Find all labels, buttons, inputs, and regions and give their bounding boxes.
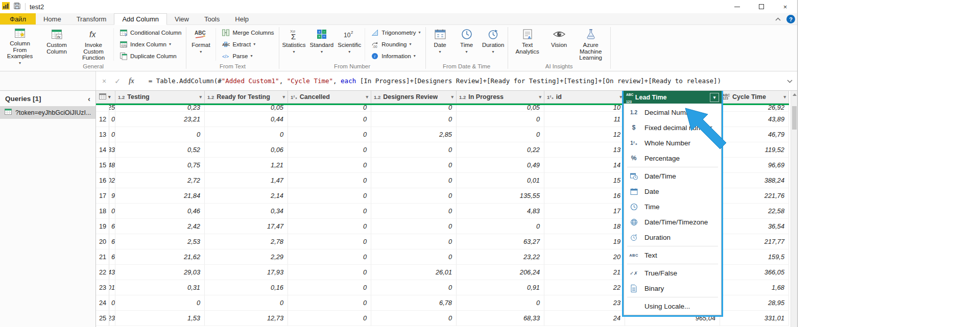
ribbon-button-conditional-column[interactable]: ?Conditional Column xyxy=(115,27,185,38)
column-header-testing[interactable]: 1.2Testing▾ xyxy=(115,91,205,104)
table-cell[interactable]: 15 xyxy=(544,173,625,188)
table-cell[interactable]: 63,27 xyxy=(457,234,544,249)
row-number[interactable]: 20 xyxy=(96,234,109,249)
table-cell[interactable]: 21 xyxy=(544,265,625,280)
table-cell[interactable]: 2,14 xyxy=(205,188,288,204)
ribbon-button-standard[interactable]: +−×÷Standard▾ xyxy=(308,26,336,62)
table-cell[interactable]: 0 xyxy=(371,234,457,249)
table-cell[interactable]: 48 xyxy=(109,158,115,173)
table-cell[interactable]: 0 xyxy=(371,173,457,188)
menu-item-using-locale[interactable]: Using Locale... xyxy=(624,298,721,314)
maximize-button[interactable] xyxy=(749,0,773,13)
table-cell[interactable]: 0 xyxy=(288,280,371,295)
table-cell[interactable]: 0 xyxy=(288,188,371,204)
table-cell[interactable]: 0 xyxy=(288,127,371,142)
ribbon-button-vision[interactable]: Vision xyxy=(546,26,572,62)
table-cell[interactable]: 221,76 xyxy=(720,188,789,204)
table-cell[interactable]: 2,72 xyxy=(115,173,205,188)
table-cell[interactable]: 2,78 xyxy=(205,234,288,249)
table-cell[interactable]: 28,95 xyxy=(720,295,789,311)
table-cell[interactable]: 0 xyxy=(288,234,371,249)
table-cell[interactable]: 0 xyxy=(371,204,457,219)
row-number[interactable]: 14 xyxy=(96,142,109,158)
tab-home[interactable]: Home xyxy=(36,13,69,24)
minimize-button[interactable] xyxy=(725,0,749,13)
table-cell[interactable]: 29,03 xyxy=(115,265,205,280)
ribbon-button-invoke-custom-function[interactable]: fxInvoke Custom Function xyxy=(75,26,112,62)
table-cell[interactable]: 0,34 xyxy=(205,204,288,219)
table-corner-cell[interactable]: ▾ xyxy=(96,91,115,104)
table-cell[interactable]: 20 xyxy=(544,249,625,265)
table-cell[interactable]: 17,93 xyxy=(205,265,288,280)
column-header-id[interactable]: 1²₃id▾ xyxy=(544,91,625,104)
table-cell[interactable]: 23 xyxy=(109,311,115,326)
table-cell[interactable]: 0 xyxy=(109,204,115,219)
column-header-cancelled[interactable]: 1²₃Cancelled▾ xyxy=(288,91,371,104)
row-number[interactable]: 13 xyxy=(96,127,109,142)
ribbon-button-merge-columns[interactable]: Merge Columns xyxy=(218,27,277,38)
table-cell[interactable]: 16 xyxy=(544,188,625,204)
table-cell[interactable]: 01 xyxy=(109,280,115,295)
table-cell[interactable]: 0 xyxy=(288,173,371,188)
ribbon-button-time[interactable]: Time▾ xyxy=(453,26,480,62)
row-number[interactable]: 23 xyxy=(96,280,109,295)
ribbon-button-date[interactable]: Date▾ xyxy=(427,26,453,62)
ribbon-button-index-column[interactable]: 123Index Column▾ xyxy=(115,38,185,50)
table-cell[interactable]: 23 xyxy=(544,295,625,311)
table-cell[interactable]: 0 xyxy=(288,265,371,280)
row-number[interactable]: 18 xyxy=(96,204,109,219)
collapse-ribbon-icon[interactable] xyxy=(775,17,781,21)
ribbon-button-text-analytics[interactable]: AText Analytics xyxy=(509,26,546,62)
table-cell[interactable]: 21,84 xyxy=(115,188,205,204)
formula-input[interactable]: = Table.AddColumn(#"Added Custom1", "Cyc… xyxy=(140,71,797,90)
table-cell[interactable]: 96,69 xyxy=(720,158,789,173)
table-cell[interactable]: 19 xyxy=(544,234,625,249)
table-cell[interactable]: 17,47 xyxy=(205,219,288,234)
ribbon-button-format[interactable]: ABCFormat▾ xyxy=(187,26,214,62)
table-cell[interactable]: 6 xyxy=(109,234,115,249)
table-cell[interactable]: 0 xyxy=(288,219,371,234)
table-cell[interactable]: 22,58 xyxy=(720,204,789,219)
column-header-designers-review[interactable]: 1.2Designers Review▾ xyxy=(371,91,457,104)
table-cell[interactable]: 0 xyxy=(109,295,115,311)
table-cell[interactable]: 1,47 xyxy=(205,173,288,188)
table-cell[interactable]: 331,01 xyxy=(720,311,789,326)
table-cell[interactable]: 14 xyxy=(544,158,625,173)
table-cell[interactable]: 2,85 xyxy=(371,127,457,142)
table-cell[interactable]: 119,52 xyxy=(720,142,789,158)
table-cell[interactable]: 0 xyxy=(288,311,371,326)
table-cell[interactable]: 2,29 xyxy=(205,249,288,265)
formula-expand-icon[interactable] xyxy=(784,71,795,91)
table-cell[interactable]: 68,33 xyxy=(457,311,544,326)
table-cell[interactable]: 0 xyxy=(371,219,457,234)
close-button[interactable]: × xyxy=(773,0,797,13)
table-cell[interactable]: 0 xyxy=(371,112,457,127)
tab-help[interactable]: Help xyxy=(227,13,256,24)
menu-item-duration[interactable]: Duration xyxy=(624,230,721,245)
menu-item-date[interactable]: Date xyxy=(624,184,721,199)
tab-add-column[interactable]: Add Column xyxy=(114,13,167,25)
table-cell[interactable]: 0 xyxy=(288,249,371,265)
table-cell[interactable]: 0 xyxy=(457,127,544,142)
row-number[interactable]: 25 xyxy=(96,311,109,326)
table-cell[interactable]: 159,5 xyxy=(720,249,789,265)
table-cell[interactable]: 6,78 xyxy=(371,295,457,311)
scroll-up-icon[interactable] xyxy=(793,93,797,96)
menu-item-date-time[interactable]: Date/Time xyxy=(624,168,721,184)
table-cell[interactable]: 0 xyxy=(457,219,544,234)
ribbon-button-duplicate-column[interactable]: Duplicate Column xyxy=(115,50,185,62)
ribbon-button-information[interactable]: iInformation▾ xyxy=(367,50,424,62)
panel-collapse-icon[interactable]: ‹ xyxy=(88,94,90,103)
table-cell[interactable]: 0,46 xyxy=(115,204,205,219)
table-cell[interactable]: 36,54 xyxy=(720,219,789,234)
table-cell[interactable]: 0 xyxy=(288,204,371,219)
table-cell[interactable]: 0 xyxy=(371,249,457,265)
table-cell[interactable]: 0 xyxy=(457,112,544,127)
table-cell[interactable]: 0,22 xyxy=(457,142,544,158)
table-cell[interactable]: 0 xyxy=(205,295,288,311)
table-cell[interactable]: 33 xyxy=(109,142,115,158)
table-cell[interactable]: 0,91 xyxy=(457,280,544,295)
ribbon-button-parse[interactable]: </>Parse▾ xyxy=(218,50,277,62)
table-cell[interactable]: 0,01 xyxy=(457,173,544,188)
tab-transform[interactable]: Transform xyxy=(69,13,114,24)
